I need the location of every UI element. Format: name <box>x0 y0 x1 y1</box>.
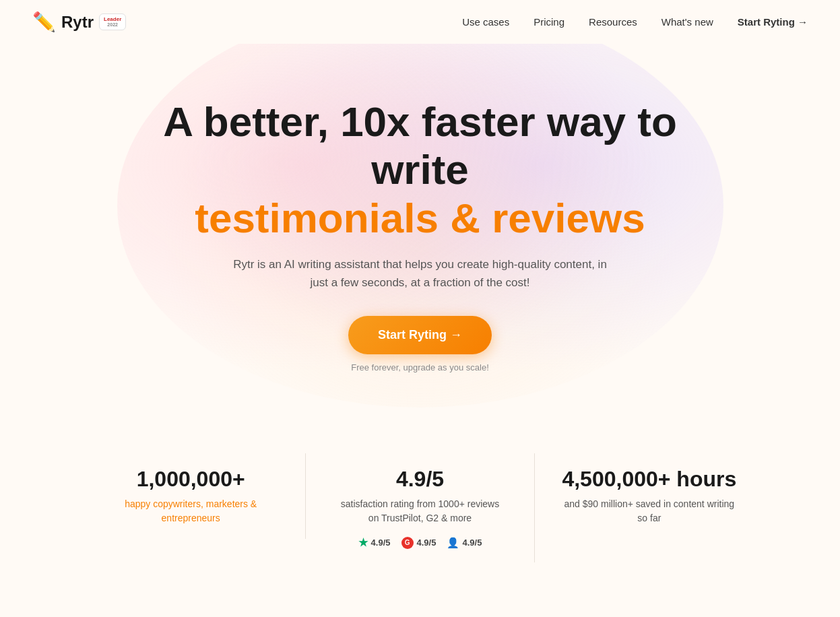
main-nav: Use cases Pricing Resources What's new S… <box>462 16 808 28</box>
stats-section: 1,000,000+ happy copywriters, marketers … <box>50 413 791 589</box>
trustpilot-value: 4.9/5 <box>371 538 391 548</box>
logo-area: ✏️ Rytr Leader 2022 <box>32 11 126 33</box>
stat-number-users: 1,000,000+ <box>97 467 285 492</box>
nav-use-cases[interactable]: Use cases <box>462 16 509 28</box>
ratings-row: ★ 4.9/5 G 4.9/5 👤 4.9/5 <box>326 536 514 549</box>
logo-icon: ✏️ <box>32 11 56 33</box>
stat-number-rating: 4.9/5 <box>326 467 514 492</box>
capterra-value: 4.9/5 <box>462 538 482 548</box>
hero-cta-button[interactable]: Start Ryting → <box>348 316 492 354</box>
g2-value: 4.9/5 <box>417 538 437 548</box>
stat-desc-hours: and $90 million+ saved in content writin… <box>555 497 743 525</box>
badge-year: 2022 <box>104 22 121 28</box>
hero-title-line1: A better, 10x faster way to write <box>163 98 677 193</box>
hero-title-line2: testimonials & reviews <box>151 194 690 242</box>
stat-desc-rating: satisfaction rating from 1000+ reviewson… <box>326 497 514 525</box>
capterra-icon: 👤 <box>447 537 459 549</box>
badge-leader-label: Leader <box>104 16 121 23</box>
cta-subtext: Free forever, upgrade as you scale! <box>151 362 690 372</box>
hero-title: A better, 10x faster way to write testim… <box>151 98 690 242</box>
g2-icon: G <box>401 537 414 549</box>
nav-pricing[interactable]: Pricing <box>534 16 564 28</box>
capterra-rating: 👤 4.9/5 <box>447 537 482 549</box>
logo-text: Rytr <box>61 13 94 32</box>
hero-section: A better, 10x faster way to write testim… <box>0 44 840 413</box>
stat-desc-users: happy copywriters, marketers &entreprene… <box>97 497 285 525</box>
stat-item-hours: 4,500,000+ hours and $90 million+ saved … <box>535 453 763 539</box>
leader-badge: Leader 2022 <box>99 13 126 31</box>
hero-content: A better, 10x faster way to write testim… <box>151 98 690 372</box>
stat-item-users: 1,000,000+ happy copywriters, marketers … <box>77 453 306 539</box>
trustpilot-icon: ★ <box>358 536 368 549</box>
nav-whats-new[interactable]: What's new <box>661 16 713 28</box>
stat-item-rating: 4.9/5 satisfaction rating from 1000+ rev… <box>306 453 535 562</box>
header: ✏️ Rytr Leader 2022 Use cases Pricing Re… <box>0 0 840 44</box>
hero-subtitle: Rytr is an AI writing assistant that hel… <box>232 255 609 292</box>
nav-resources[interactable]: Resources <box>589 16 637 28</box>
nav-start-ryting[interactable]: Start Ryting → <box>738 16 808 28</box>
stat-number-hours: 4,500,000+ hours <box>555 467 743 492</box>
g2-rating: G 4.9/5 <box>401 537 437 549</box>
trustpilot-rating: ★ 4.9/5 <box>358 536 391 549</box>
